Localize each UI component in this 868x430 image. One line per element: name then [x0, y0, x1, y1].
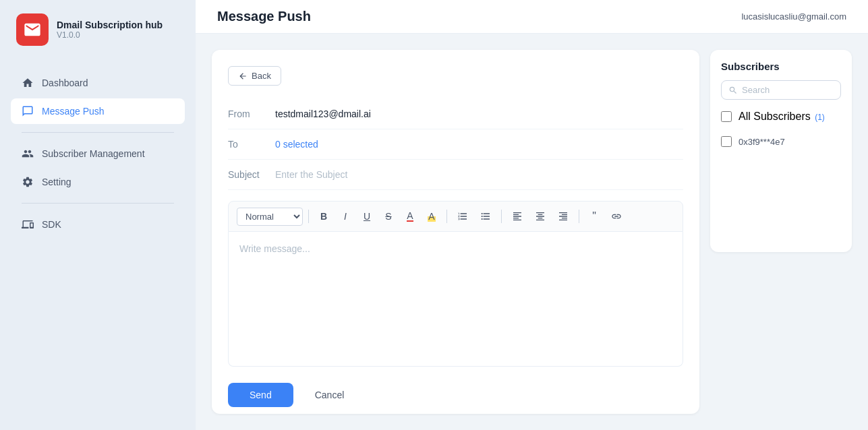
sidebar-label-message-push: Message Push: [42, 106, 105, 117]
bold-button[interactable]: B: [314, 207, 333, 226]
app-version: V1.0.0: [57, 30, 163, 40]
form-footer: Send Cancel: [228, 383, 683, 407]
editor-toolbar: Normal Heading 1 Heading 2 Heading 3 B I…: [228, 201, 683, 232]
all-subscribers-item: All Subscribers (1): [721, 108, 841, 125]
page-title: Message Push: [217, 9, 311, 24]
font-color-label: A: [407, 211, 413, 222]
unordered-list-button[interactable]: [475, 207, 496, 226]
topbar: Message Push lucasislucasliu@gmail.com: [196, 0, 868, 34]
to-value[interactable]: 0 selected: [275, 139, 318, 150]
sidebar-label-setting: Setting: [42, 177, 71, 187]
nav-divider-2: [22, 203, 174, 204]
toolbar-divider-1: [308, 210, 309, 223]
blockquote-icon: ": [592, 210, 596, 222]
logo-icon: [16, 13, 49, 46]
align-left-icon: [512, 211, 523, 222]
toolbar-divider-4: [579, 210, 579, 223]
back-button[interactable]: Back: [228, 66, 281, 86]
all-subscribers-checkbox[interactable]: [721, 111, 732, 122]
logo-svg: [23, 20, 42, 39]
link-icon: [611, 211, 622, 222]
format-select[interactable]: Normal Heading 1 Heading 2 Heading 3: [237, 208, 303, 226]
setting-icon: [22, 176, 34, 188]
dashboard-icon: [22, 77, 34, 89]
editor-placeholder: Write message...: [239, 243, 310, 254]
user-email: lucasislucasliu@gmail.com: [741, 11, 846, 22]
align-left-button[interactable]: [507, 207, 527, 226]
app-logo: Dmail Subscription hub V1.0.0: [0, 0, 196, 59]
sidebar-nav: Dashboard Message Push Subscriber Manage…: [0, 65, 196, 243]
search-box: [721, 80, 841, 100]
strikethrough-button[interactable]: S: [379, 207, 398, 226]
from-label: From: [228, 109, 275, 119]
subject-label: Subject: [228, 169, 275, 180]
ordered-list-icon: [457, 211, 468, 222]
back-arrow-icon: [238, 71, 248, 81]
subscriber-search-input[interactable]: [742, 85, 834, 95]
sidebar-label-subscriber: Subscriber Management: [42, 148, 145, 159]
cancel-button[interactable]: Cancel: [304, 383, 355, 407]
main-content: Message Push lucasislucasliu@gmail.com B…: [196, 0, 868, 430]
sidebar-item-message-push[interactable]: Message Push: [11, 98, 185, 124]
send-button[interactable]: Send: [228, 383, 293, 407]
toolbar-divider-2: [446, 210, 447, 223]
subscriber-checkbox-0[interactable]: [721, 136, 732, 147]
align-right-button[interactable]: [553, 207, 573, 226]
to-label: To: [228, 139, 275, 150]
align-right-icon: [558, 211, 569, 222]
editor-area: Normal Heading 1 Heading 2 Heading 3 B I…: [228, 201, 683, 367]
align-center-button[interactable]: [530, 207, 550, 226]
sidebar-item-setting[interactable]: Setting: [11, 169, 185, 195]
link-button[interactable]: [606, 207, 627, 226]
sidebar-item-dashboard[interactable]: Dashboard: [11, 70, 185, 96]
message-panel: Back From testdmail123@dmail.ai To 0 sel…: [212, 50, 699, 414]
nav-divider-1: [22, 132, 174, 133]
sidebar-item-sdk[interactable]: SDK: [11, 212, 185, 237]
to-row: To 0 selected: [228, 129, 683, 160]
all-subscribers-label: All Subscribers (1): [739, 111, 825, 123]
search-icon: [728, 86, 738, 95]
content-area: Back From testdmail123@dmail.ai To 0 sel…: [196, 34, 868, 430]
italic-button[interactable]: I: [336, 207, 355, 226]
app-name: Dmail Subscription hub: [57, 20, 163, 30]
unordered-list-icon: [480, 211, 491, 222]
sidebar: Dmail Subscription hub V1.0.0 Dashboard …: [0, 0, 196, 430]
sdk-icon: [22, 218, 34, 231]
font-highlight-button[interactable]: A: [422, 207, 441, 226]
back-label: Back: [252, 71, 271, 81]
subscribers-panel: Subscribers All Subscribers (1) 0x3f9***…: [710, 50, 852, 252]
sidebar-label-dashboard: Dashboard: [42, 78, 88, 88]
from-row: From testdmail123@dmail.ai: [228, 99, 683, 129]
font-color-button[interactable]: A: [401, 207, 419, 226]
toolbar-divider-3: [501, 210, 502, 223]
sidebar-item-subscriber-management[interactable]: Subscriber Management: [11, 141, 185, 166]
subscriber-address-0: 0x3f9***4e7: [739, 137, 785, 147]
blockquote-button[interactable]: ": [585, 207, 604, 226]
underline-button[interactable]: U: [357, 207, 376, 226]
message-push-icon: [22, 105, 34, 117]
sidebar-label-sdk: SDK: [42, 219, 61, 230]
logo-text: Dmail Subscription hub V1.0.0: [57, 20, 163, 40]
align-center-icon: [535, 211, 546, 222]
font-highlight-label: A: [428, 211, 435, 222]
subscriber-item-0: 0x3f9***4e7: [721, 133, 841, 150]
subscriber-icon: [22, 148, 34, 160]
ordered-list-button[interactable]: [453, 207, 473, 226]
subscribers-title: Subscribers: [721, 61, 841, 72]
subject-row: Subject: [228, 160, 683, 190]
subject-input[interactable]: [275, 169, 683, 180]
from-value: testdmail123@dmail.ai: [275, 109, 371, 119]
editor-body[interactable]: Write message...: [228, 232, 683, 367]
